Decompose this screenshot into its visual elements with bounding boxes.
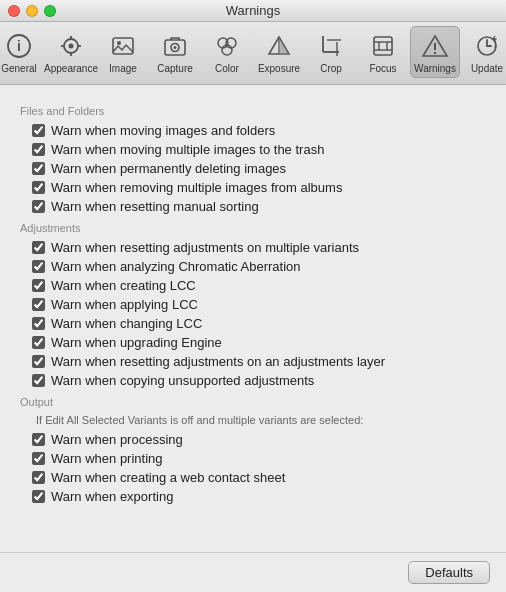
image-label: Image bbox=[109, 63, 137, 74]
exposure-icon bbox=[263, 30, 295, 62]
content-area: Files and Folders Warn when moving image… bbox=[0, 85, 506, 592]
toolbar: i General Appearance Image bbox=[0, 22, 506, 85]
svg-rect-8 bbox=[113, 38, 133, 54]
list-item: Warn when moving images and folders bbox=[16, 123, 490, 138]
warn-remove-albums-label: Warn when removing multiple images from … bbox=[51, 180, 342, 195]
capture-label: Capture bbox=[157, 63, 193, 74]
warn-remove-albums-checkbox[interactable] bbox=[32, 181, 45, 194]
crop-icon bbox=[315, 30, 347, 62]
list-item: Warn when copying unsupported adjustment… bbox=[16, 373, 490, 388]
svg-point-3 bbox=[69, 44, 74, 49]
warn-exporting-label: Warn when exporting bbox=[51, 489, 173, 504]
general-icon: i bbox=[3, 30, 35, 62]
focus-icon bbox=[367, 30, 399, 62]
warn-copy-unsupported-checkbox[interactable] bbox=[32, 374, 45, 387]
warn-reset-adj-layer-checkbox[interactable] bbox=[32, 355, 45, 368]
title-bar: Warnings bbox=[0, 0, 506, 22]
crop-label: Crop bbox=[320, 63, 342, 74]
warn-analyze-ca-checkbox[interactable] bbox=[32, 260, 45, 273]
toolbar-item-general[interactable]: i General bbox=[0, 26, 44, 78]
maximize-button[interactable] bbox=[44, 5, 56, 17]
list-item: Warn when removing multiple images from … bbox=[16, 180, 490, 195]
toolbar-item-exposure[interactable]: Exposure bbox=[254, 26, 304, 78]
list-item: Warn when upgrading Engine bbox=[16, 335, 490, 350]
list-item: Warn when changing LCC bbox=[16, 316, 490, 331]
warn-perm-delete-checkbox[interactable] bbox=[32, 162, 45, 175]
list-item: Warn when moving multiple images to the … bbox=[16, 142, 490, 157]
list-item: Warn when printing bbox=[16, 451, 490, 466]
section-header-files: Files and Folders bbox=[16, 105, 490, 117]
warn-reset-sorting-checkbox[interactable] bbox=[32, 200, 45, 213]
warn-reset-sorting-label: Warn when resetting manual sorting bbox=[51, 199, 259, 214]
warn-perm-delete-label: Warn when permanently deleting images bbox=[51, 161, 286, 176]
update-label: Update bbox=[471, 63, 503, 74]
toolbar-item-capture[interactable]: Capture bbox=[150, 26, 200, 78]
warn-upgrade-engine-label: Warn when upgrading Engine bbox=[51, 335, 222, 350]
warnings-label: Warnings bbox=[414, 63, 456, 74]
list-item: Warn when creating a web contact sheet bbox=[16, 470, 490, 485]
list-item: Warn when permanently deleting images bbox=[16, 161, 490, 176]
list-item: Warn when resetting adjustments on an ad… bbox=[16, 354, 490, 369]
warn-change-lcc-label: Warn when changing LCC bbox=[51, 316, 202, 331]
section-header-adjustments: Adjustments bbox=[16, 222, 490, 234]
svg-point-12 bbox=[174, 46, 177, 49]
warn-reset-adj-multi-checkbox[interactable] bbox=[32, 241, 45, 254]
list-item: Warn when resetting adjustments on multi… bbox=[16, 240, 490, 255]
color-label: Color bbox=[215, 63, 239, 74]
warn-processing-checkbox[interactable] bbox=[32, 433, 45, 446]
svg-rect-23 bbox=[374, 37, 392, 55]
warn-move-images-checkbox[interactable] bbox=[32, 124, 45, 137]
output-note: If Edit All Selected Variants is off and… bbox=[16, 414, 490, 426]
list-item: Warn when exporting bbox=[16, 489, 490, 504]
window-title: Warnings bbox=[226, 3, 280, 18]
list-item: Warn when applying LCC bbox=[16, 297, 490, 312]
update-icon bbox=[471, 30, 503, 62]
appearance-label: Appearance bbox=[44, 63, 98, 74]
toolbar-item-update[interactable]: Update bbox=[462, 26, 506, 78]
warn-change-lcc-checkbox[interactable] bbox=[32, 317, 45, 330]
color-icon bbox=[211, 30, 243, 62]
list-item: Warn when resetting manual sorting bbox=[16, 199, 490, 214]
svg-rect-24 bbox=[379, 42, 387, 50]
warn-move-multiple-label: Warn when moving multiple images to the … bbox=[51, 142, 324, 157]
toolbar-item-image[interactable]: Image bbox=[98, 26, 148, 78]
capture-icon bbox=[159, 30, 191, 62]
warn-printing-label: Warn when printing bbox=[51, 451, 163, 466]
warn-move-images-label: Warn when moving images and folders bbox=[51, 123, 275, 138]
close-button[interactable] bbox=[8, 5, 20, 17]
toolbar-item-color[interactable]: Color bbox=[202, 26, 252, 78]
defaults-button[interactable]: Defaults bbox=[408, 561, 490, 584]
toolbar-item-crop[interactable]: Crop bbox=[306, 26, 356, 78]
appearance-icon bbox=[55, 30, 87, 62]
minimize-button[interactable] bbox=[26, 5, 38, 17]
bottom-bar: Defaults bbox=[0, 552, 506, 592]
warn-create-lcc-label: Warn when creating LCC bbox=[51, 278, 196, 293]
toolbar-item-appearance[interactable]: Appearance bbox=[46, 26, 96, 78]
focus-label: Focus bbox=[369, 63, 396, 74]
list-item: Warn when analyzing Chromatic Aberration bbox=[16, 259, 490, 274]
warn-printing-checkbox[interactable] bbox=[32, 452, 45, 465]
warn-create-lcc-checkbox[interactable] bbox=[32, 279, 45, 292]
warn-exporting-checkbox[interactable] bbox=[32, 490, 45, 503]
list-item: Warn when creating LCC bbox=[16, 278, 490, 293]
section-header-output: Output bbox=[16, 396, 490, 408]
toolbar-item-focus[interactable]: Focus bbox=[358, 26, 408, 78]
warn-reset-adj-layer-label: Warn when resetting adjustments on an ad… bbox=[51, 354, 385, 369]
svg-text:i: i bbox=[17, 38, 21, 54]
warn-move-multiple-checkbox[interactable] bbox=[32, 143, 45, 156]
window-controls[interactable] bbox=[8, 5, 56, 17]
warn-apply-lcc-checkbox[interactable] bbox=[32, 298, 45, 311]
warn-apply-lcc-label: Warn when applying LCC bbox=[51, 297, 198, 312]
warnings-icon bbox=[419, 30, 451, 62]
warn-web-checkbox[interactable] bbox=[32, 471, 45, 484]
svg-point-9 bbox=[117, 41, 121, 45]
toolbar-item-warnings[interactable]: Warnings bbox=[410, 26, 460, 78]
warn-analyze-ca-label: Warn when analyzing Chromatic Aberration bbox=[51, 259, 301, 274]
warn-upgrade-engine-checkbox[interactable] bbox=[32, 336, 45, 349]
list-item: Warn when processing bbox=[16, 432, 490, 447]
warn-copy-unsupported-label: Warn when copying unsupported adjustment… bbox=[51, 373, 314, 388]
warn-processing-label: Warn when processing bbox=[51, 432, 183, 447]
svg-point-31 bbox=[434, 52, 436, 54]
image-icon bbox=[107, 30, 139, 62]
exposure-label: Exposure bbox=[258, 63, 300, 74]
